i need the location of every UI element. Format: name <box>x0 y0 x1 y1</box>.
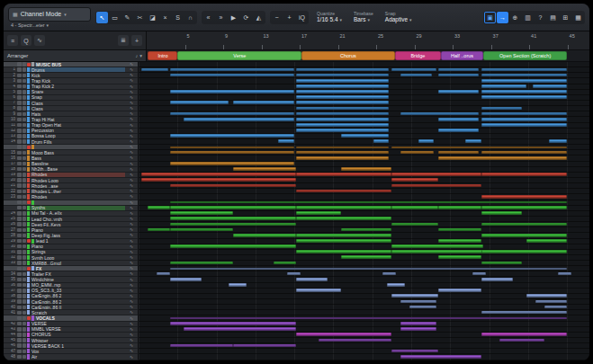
solo-button[interactable] <box>22 327 27 332</box>
mixer-button[interactable]: ▥ <box>522 12 534 23</box>
audio-clip[interactable] <box>296 234 391 237</box>
play-button[interactable]: ▶ <box>228 12 239 23</box>
metronome-button[interactable]: ◭ <box>253 12 265 23</box>
audio-clip[interactable] <box>184 118 294 121</box>
crosshair-icon[interactable]: ⊕ <box>509 12 521 23</box>
mute-button[interactable] <box>17 67 22 72</box>
audio-clip[interactable] <box>296 289 341 292</box>
timeline-ruler[interactable]: 59131721252933374145 <box>147 31 589 49</box>
audio-clip[interactable] <box>141 68 168 72</box>
record-arm-button[interactable] <box>27 316 31 320</box>
audio-clip[interactable] <box>465 139 481 143</box>
audio-clip[interactable] <box>341 167 391 171</box>
audio-clip[interactable] <box>296 129 389 132</box>
solo-button[interactable] <box>22 84 27 89</box>
help-button[interactable]: ? <box>535 12 546 23</box>
mute-button[interactable] <box>17 222 22 226</box>
audio-clip[interactable] <box>400 322 436 325</box>
audio-clip[interactable] <box>148 228 170 232</box>
mute-button[interactable] <box>17 217 22 221</box>
mute-button[interactable] <box>17 190 22 194</box>
audio-clip[interactable] <box>296 151 389 155</box>
marker-toggle[interactable]: ▣ <box>484 12 496 23</box>
add-track-button[interactable]: + <box>131 35 142 46</box>
audio-clip[interactable] <box>170 146 294 148</box>
audio-clip[interactable] <box>184 327 296 331</box>
solo-button[interactable] <box>22 294 27 298</box>
audio-clip[interactable] <box>391 173 481 176</box>
mute-button[interactable] <box>17 200 22 205</box>
arranger-section[interactable]: Chorus <box>301 51 394 60</box>
mute-button[interactable] <box>17 62 22 67</box>
arranger-section[interactable]: Intro <box>148 51 177 60</box>
audio-clip[interactable] <box>233 344 296 348</box>
solo-button[interactable] <box>22 333 27 337</box>
timebase-field[interactable]: Timebase Bars▾ <box>350 12 377 23</box>
audio-clip[interactable] <box>481 195 567 199</box>
mute-button[interactable] <box>17 255 22 260</box>
solo-button[interactable] <box>22 299 27 304</box>
solo-button[interactable] <box>22 228 27 233</box>
audio-clip[interactable] <box>391 244 484 248</box>
audio-clip[interactable] <box>233 101 294 104</box>
audio-clip[interactable] <box>319 339 391 342</box>
solo-button[interactable] <box>22 222 27 226</box>
audio-clip[interactable] <box>296 112 389 116</box>
editor-button[interactable]: ⊞ <box>560 12 571 23</box>
audio-clip[interactable] <box>481 112 567 116</box>
solo-button[interactable] <box>22 261 27 265</box>
solo-button[interactable] <box>22 90 27 94</box>
audio-clip[interactable] <box>341 255 391 259</box>
solo-button[interactable] <box>22 151 27 155</box>
audio-clip[interactable] <box>391 178 439 182</box>
audio-clip[interactable] <box>296 107 389 111</box>
audio-clip[interactable] <box>170 322 296 325</box>
mute-tool[interactable]: × <box>159 12 171 23</box>
eraser-tool[interactable]: ◪ <box>147 12 158 23</box>
audio-clip[interactable] <box>341 134 389 138</box>
audio-clip[interactable] <box>296 250 391 253</box>
arranger-section[interactable]: Half ..orus <box>441 51 483 60</box>
record-arm-button[interactable] <box>27 200 31 204</box>
audio-clip[interactable] <box>438 206 481 209</box>
sort-icon[interactable]: ≣ <box>118 35 129 46</box>
audio-clip[interactable] <box>296 206 391 209</box>
audio-clip[interactable] <box>170 151 294 155</box>
solo-button[interactable] <box>22 255 27 260</box>
audio-clip[interactable] <box>481 173 567 176</box>
audio-clip[interactable] <box>170 68 294 72</box>
audio-clip[interactable] <box>287 272 301 276</box>
audio-clip[interactable] <box>409 306 436 309</box>
audio-clip[interactable] <box>296 84 389 88</box>
arranger-section[interactable]: Bridge <box>395 51 442 60</box>
audio-clip[interactable] <box>544 306 567 309</box>
audio-clip[interactable] <box>400 327 436 331</box>
solo-button[interactable] <box>22 206 27 210</box>
audio-clip[interactable] <box>296 173 391 176</box>
browser-button[interactable]: ▦ <box>572 12 584 23</box>
audio-clip[interactable] <box>481 223 567 226</box>
audio-clip[interactable] <box>481 151 567 155</box>
audio-clip[interactable] <box>535 300 567 304</box>
solo-button[interactable] <box>22 322 27 326</box>
solo-button[interactable] <box>22 178 27 182</box>
audio-clip[interactable] <box>170 228 233 232</box>
audio-clip[interactable] <box>170 268 567 270</box>
mute-button[interactable] <box>17 90 22 94</box>
audio-clip[interactable] <box>481 123 567 127</box>
audio-clip[interactable] <box>157 272 170 276</box>
mute-button[interactable] <box>17 316 22 321</box>
audio-clip[interactable] <box>481 250 567 253</box>
audio-clip[interactable] <box>400 74 432 77</box>
audio-clip[interactable] <box>391 68 436 72</box>
audio-clip[interactable] <box>170 223 296 226</box>
solo-button[interactable] <box>22 145 27 149</box>
audio-clip[interactable] <box>418 139 435 143</box>
solo-button[interactable] <box>22 139 27 144</box>
solo-button[interactable] <box>22 272 27 277</box>
audio-clip[interactable] <box>438 74 479 77</box>
arranger-lane[interactable]: IntroVerseChorusBridgeHalf ..orusOpen Se… <box>147 50 589 61</box>
music-note-icon[interactable]: ♪ <box>135 53 138 58</box>
audio-clip[interactable] <box>400 112 480 116</box>
mute-button[interactable] <box>17 173 22 177</box>
